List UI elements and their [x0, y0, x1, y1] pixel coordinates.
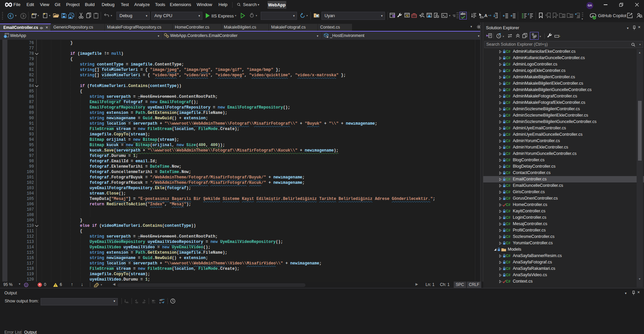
svg-text:c: c: [159, 301, 161, 304]
